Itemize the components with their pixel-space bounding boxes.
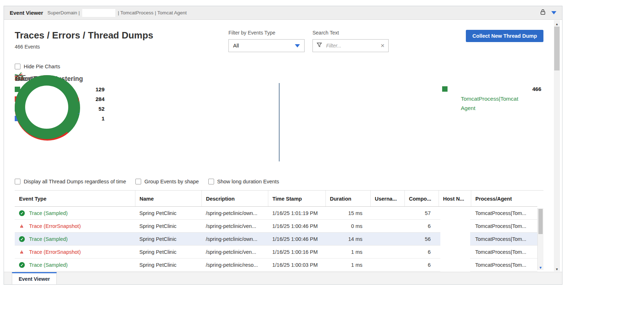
collect-thread-dump-button[interactable]: Collect New Thread Dump (466, 30, 543, 42)
lock-icon[interactable] (540, 9, 546, 17)
events-type-selected-value: All (233, 43, 239, 49)
cell-name: Spring PetClinic (135, 207, 201, 220)
section-divider (279, 83, 280, 161)
slice-value-label: 466 (15, 75, 24, 81)
cell-timestamp: 1/16/25 1:00:46 PM (268, 233, 325, 246)
show-long-duration-checkbox[interactable] (208, 179, 214, 184)
filter-by-events-type-label: Filter by Events Type (228, 30, 305, 36)
redacted-breadcrumb-segment (82, 9, 115, 17)
scroll-up-icon[interactable] (554, 20, 560, 26)
search-box (312, 39, 389, 52)
col-header-time-stamp[interactable]: Time Stamp (268, 191, 325, 207)
legend-value: 129 (96, 86, 105, 92)
cell-component: 56 (404, 233, 439, 246)
event-viewer-window: Event Viewer SuperDomain | | TomcatProce… (4, 6, 562, 285)
col-header-process-agent[interactable]: Process/Agent (471, 191, 537, 207)
event-type-label: Trace (ErrorSnapshot) (29, 223, 81, 229)
status-icon (19, 236, 25, 242)
legend-value: 466 (532, 86, 541, 92)
cell-component: 6 (404, 220, 439, 233)
group-events-by-shape-label: Group Events by shape (144, 179, 199, 184)
col-header-duration[interactable]: Duration (325, 191, 370, 207)
redacted-host-column (440, 208, 470, 273)
cell-username (370, 233, 404, 246)
cell-process: TomcatProcess|Tom... (471, 233, 537, 246)
main-scrollbar-thumb[interactable] (554, 27, 560, 70)
cell-duration: 1 ms (325, 258, 370, 271)
col-header-component[interactable]: Compo... (404, 191, 439, 207)
table-scrollbar-thumb[interactable] (538, 209, 543, 234)
events-table: Event Type Name Description Time Stamp D… (15, 190, 543, 271)
cell-description: /spring-petclinic/own... (201, 207, 268, 220)
display-all-thread-dumps-checkbox[interactable] (15, 179, 20, 184)
charts-section: Trace/Error Clustering Event Sources 129… (15, 75, 543, 172)
col-header-description[interactable]: Description (201, 191, 268, 207)
status-icon (19, 262, 25, 268)
show-long-duration-label: Show long duration Events (217, 179, 279, 184)
cell-timestamp: 1/16/25 1:00:03 PM (268, 258, 325, 271)
bottom-tab-bar: Event Viewer (4, 272, 562, 284)
cell-username (370, 220, 404, 233)
page-title: Traces / Errors / Thread Dumps (15, 30, 228, 41)
cell-process: TomcatProcess|Tom... (471, 258, 537, 271)
status-icon (19, 210, 25, 216)
cell-name: Spring PetClinic (135, 220, 201, 233)
main-scrollbar[interactable] (554, 20, 560, 271)
hide-pie-charts-label: Hide Pie Charts (24, 64, 60, 69)
breadcrumb-prefix: SuperDomain | (47, 10, 80, 15)
breadcrumb: SuperDomain | | TomcatProcess | Tomcat A… (47, 9, 187, 17)
table-header-row: Event Type Name Description Time Stamp D… (15, 191, 537, 207)
group-events-by-shape-checkbox[interactable] (135, 179, 141, 184)
window-titlebar: Event Viewer SuperDomain | | TomcatProce… (4, 6, 562, 20)
hide-pie-charts-checkbox[interactable] (15, 64, 20, 69)
legend-value: 52 (98, 106, 105, 112)
cell-duration: 14 ms (325, 233, 370, 246)
cell-timestamp: 1/16/25 1:01:19 PM (268, 207, 325, 220)
event-type-label: Trace (ErrorSnapshot) (29, 249, 81, 255)
cell-process: TomcatProcess|Tom... (471, 246, 537, 258)
search-input[interactable] (325, 42, 377, 49)
col-header-event-type[interactable]: Event Type (15, 191, 135, 207)
event-sources-donut-chart[interactable] (15, 75, 79, 139)
legend-value: 284 (96, 96, 105, 102)
cell-duration: 0 ms (325, 220, 370, 233)
tab-event-viewer-label: Event Viewer (19, 276, 50, 282)
event-type-label: Trace (Sampled) (29, 236, 68, 242)
col-header-username[interactable]: Userna... (370, 191, 404, 207)
cell-component: 57 (404, 207, 439, 220)
table-scroll-down-icon[interactable] (538, 264, 543, 270)
event-sources-legend: 466 TomcatProcess|Tomcat Agent (442, 84, 541, 113)
legend-value: 1 (102, 115, 105, 122)
table-scrollbar[interactable] (537, 208, 543, 270)
cell-username (370, 258, 404, 271)
events-count: 466 Events (15, 44, 228, 50)
breadcrumb-suffix: | TomcatProcess | Tomcat Agent (118, 10, 187, 15)
cell-name: Spring PetClinic (135, 246, 201, 258)
window-menu-caret-icon[interactable] (551, 11, 556, 14)
main-content: Traces / Errors / Thread Dumps 466 Event… (4, 20, 562, 271)
search-text-label: Search Text (312, 30, 389, 36)
cell-description: /spring-petclinic/own... (201, 233, 268, 246)
scroll-down-icon[interactable] (554, 265, 560, 271)
clear-search-icon[interactable] (380, 42, 385, 49)
cell-name: Spring PetClinic (135, 258, 201, 271)
cell-duration: 15 ms (325, 207, 370, 220)
tab-event-viewer[interactable]: Event Viewer (12, 272, 57, 285)
display-all-thread-dumps-label: Display all Thread Dumps regardless of t… (24, 179, 126, 184)
cell-component: 6 (404, 258, 439, 271)
cell-process: TomcatProcess|Tom... (471, 220, 537, 233)
cell-duration: 1 ms (325, 246, 370, 258)
legend-swatch (442, 86, 448, 92)
filter-funnel-icon (316, 42, 322, 49)
col-header-host-name[interactable]: Host N... (439, 191, 471, 207)
cell-description: /spring-petclinic/ven... (201, 246, 268, 258)
cell-name: Spring PetClinic (135, 233, 201, 246)
leader-line (15, 75, 26, 76)
window-title: Event Viewer (10, 10, 43, 16)
cell-username (370, 207, 404, 220)
cell-username (370, 246, 404, 258)
events-type-dropdown[interactable]: All (228, 39, 305, 52)
cell-description: /spring-petclinic/reso... (201, 258, 268, 271)
cell-process: TomcatProcess|Tom... (471, 207, 537, 220)
col-header-name[interactable]: Name (135, 191, 201, 207)
